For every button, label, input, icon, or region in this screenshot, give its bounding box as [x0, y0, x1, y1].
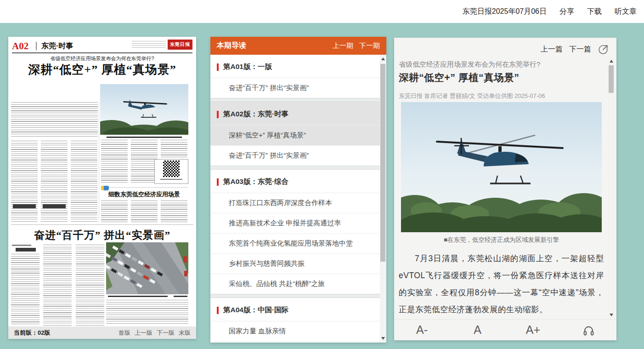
next-issue-button[interactable]: 下一期	[359, 41, 380, 50]
scroll-down-arrow[interactable]	[610, 314, 613, 316]
scroll-up-arrow[interactable]	[610, 60, 613, 63]
listen-article-button[interactable]: 听文章	[615, 7, 637, 17]
text-column	[11, 141, 38, 223]
toc-article-item[interactable]: 奋进“百千万” 拼出“实景画”	[210, 78, 380, 98]
headphones-icon	[582, 324, 595, 337]
scrollbar-thumb[interactable]	[380, 64, 385, 262]
page-section-name: 东莞·时事	[36, 42, 73, 50]
scroll-down-arrow[interactable]	[381, 337, 385, 340]
share-button[interactable]: 分享	[559, 7, 574, 17]
toc-article-item[interactable]: 国家力量 血脉亲情	[210, 321, 380, 341]
next-page-button[interactable]: 下一版	[157, 329, 175, 337]
font-smaller-button[interactable]: A-	[394, 323, 450, 337]
text-column	[106, 300, 188, 325]
story-divider	[11, 224, 193, 225]
toc-section-a02[interactable]: 第A02版：东莞·时事	[210, 102, 380, 125]
scrollbar-thumb[interactable]	[609, 65, 614, 93]
article-title: 深耕“低空+” 厚植“真场景”	[399, 71, 520, 84]
text-column	[101, 200, 128, 223]
font-larger-button[interactable]: A+	[505, 323, 561, 337]
toc-scrollbar[interactable]	[380, 55, 386, 343]
paper-photo1-caption	[107, 137, 182, 138]
paper-photo2-caption	[108, 296, 168, 297]
text-column	[161, 200, 187, 223]
article-content: 省级低空经济应用场景发布会为何在东莞举行? 深耕“低空+” 厚植“真场景” 东莞…	[399, 38, 604, 340]
toc-article-item[interactable]: 东莞首个纯商业化氢能应用场景落地中堂	[210, 233, 380, 253]
current-page-label: 当前版：02版	[14, 329, 50, 337]
column-subhead	[43, 204, 66, 208]
masthead-rule	[12, 52, 192, 53]
font-normal-button[interactable]: A	[450, 323, 505, 337]
qr-caption	[160, 179, 182, 180]
column-subhead	[16, 248, 36, 252]
paper-subhead: 细数东莞低空经济应用场景	[100, 190, 188, 199]
section-marker-icon	[217, 111, 219, 118]
text-column	[101, 140, 128, 183]
last-page-button[interactable]: 末版	[179, 329, 191, 337]
text-column	[131, 200, 158, 223]
toc-section-a03[interactable]: 第A03版：东莞·综合	[210, 170, 380, 193]
toc-header: 本期导读 上一期 下一期	[210, 37, 386, 55]
paper-photo2-credit	[174, 296, 187, 297]
section-marker-icon	[217, 63, 219, 71]
scroll-up-arrow[interactable]	[381, 57, 385, 60]
toc-title: 本期导读	[217, 41, 246, 51]
toc-list: 第A01版：一版 奋进“百千万” 拼出“实景画” 第A02版：东莞·时事 深耕“…	[210, 55, 380, 343]
qr-code	[163, 160, 180, 177]
article-kicker: 省级低空经济应用场景发布会为何在东莞举行?	[399, 60, 540, 69]
section-gap	[210, 294, 380, 298]
text-column	[161, 140, 187, 157]
newspaper-page-image[interactable]: A02 东莞·时事 东莞日报 省级低空经济应用场景发布会为何在东莞举行? 深耕“…	[8, 37, 196, 326]
toc-section-a01[interactable]: 第A01版：一版	[210, 55, 380, 78]
toc-section-a04[interactable]: 第A04版：中国·国际	[210, 298, 380, 321]
section-marker-icon	[217, 307, 219, 314]
text-column	[71, 141, 97, 223]
issue-date-label: 东莞日报2025年07月06日	[463, 7, 547, 17]
text-column	[41, 141, 68, 223]
toc-article-item-active[interactable]: 深耕“低空+” 厚植“真场景”	[210, 125, 380, 145]
text-column	[76, 245, 104, 326]
listen-audio-button[interactable]	[561, 323, 616, 337]
toc-article-item[interactable]: 采仙桃、品仙桃 共赴“桃醉”之旅	[210, 274, 380, 294]
toc-article-item[interactable]: 奋进“百千万” 拼出“实景画”	[210, 145, 380, 166]
toc-article-item[interactable]: 乡村振兴与慈善同频共振	[210, 253, 380, 274]
top-bar: 东莞日报2025年07月06日 分享 下载 听文章	[0, 0, 644, 23]
newspaper-logo: 东莞日报	[168, 40, 192, 50]
article-byline: 东莞日报 首席记者 曹丽娟/文 受访单位供图 2025-07-06	[399, 92, 545, 100]
text-column	[11, 254, 40, 326]
column-divider	[99, 102, 99, 223]
toc-panel: 本期导读 上一期 下一期 第A01版：一版 奋进“百千万” 拼出“实景画” 第A…	[210, 37, 386, 343]
section-marker-icon	[217, 178, 219, 186]
article-paragraph: 7月3日清晨，东莞松山湖的湖面上空，一架超轻型eVTOL飞行器缓缓升空，将一份紧…	[399, 250, 604, 318]
column-subhead	[13, 204, 36, 208]
prev-page-button[interactable]: 上一版	[135, 329, 153, 337]
page-code: A02	[12, 40, 28, 52]
text-column	[43, 245, 72, 326]
article-helicopter-photo	[401, 102, 602, 232]
paper-lead-text	[11, 102, 98, 137]
page-navigation-bar: 当前版：02版 首版 上一版 下一版 末版	[8, 326, 196, 339]
toc-article-item[interactable]: 打造珠江口东西两岸深度合作样本	[210, 193, 380, 213]
masthead-meta-text	[132, 41, 166, 48]
paper-traffic-photo	[106, 242, 188, 294]
article-scrollbar[interactable]	[608, 58, 615, 318]
download-button[interactable]: 下载	[587, 7, 602, 17]
article-photo-caption: ■在东莞，低空经济正成为区域发展新引擎	[399, 236, 604, 244]
text-column	[131, 140, 158, 183]
first-page-button[interactable]: 首版	[119, 329, 130, 337]
article-toolbar: A- A A+	[394, 319, 616, 340]
paper-kicker: 省级低空经济应用场景发布会为何在东莞举行?	[8, 55, 196, 62]
article-panel: 上一篇 下一篇 省级低空经济应用场景发布会为何在东莞举行? 深耕“低空+” 厚植…	[394, 38, 616, 340]
section-gap	[210, 98, 380, 102]
newspaper-page-panel: A02 东莞·时事 东莞日报 省级低空经济应用场景发布会为何在东莞举行? 深耕“…	[8, 37, 196, 339]
prev-issue-button[interactable]: 上一期	[333, 41, 353, 50]
paper-helicopter-photo	[100, 84, 188, 135]
continued-note	[12, 245, 31, 246]
toc-article-item[interactable]: 推进高新技术企业 申报并提高通过率	[210, 213, 380, 233]
paper-headline-main: 深耕“低空+” 厚植“真场景”	[8, 62, 196, 78]
section-gap	[210, 166, 380, 170]
section-rule	[101, 187, 188, 188]
paper-headline-second: 奋进“百千万” 拼出“实景画”	[8, 228, 196, 242]
toc-article-item[interactable]: 中国人民抗日战争 纪念馆将恢复开放	[210, 341, 380, 343]
media-logo-icon	[101, 186, 109, 190]
